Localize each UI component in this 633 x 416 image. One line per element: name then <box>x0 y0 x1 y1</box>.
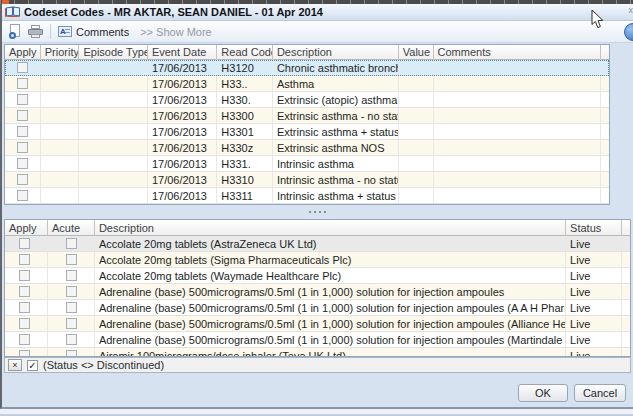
drug-row[interactable]: Adrenaline (base) 500micrograms/0.5ml (1… <box>5 332 630 348</box>
filler-cell <box>622 332 630 348</box>
acute-checkbox[interactable] <box>66 238 77 249</box>
grid-splitter[interactable] <box>4 205 631 219</box>
apply-checkbox[interactable] <box>19 334 30 345</box>
codes-row[interactable]: 17/06/2013 H3310 Intrinsic asthma - no s… <box>5 172 609 188</box>
priority-cell <box>41 188 80 204</box>
value-cell <box>399 108 434 124</box>
acute-checkbox[interactable] <box>66 286 77 297</box>
comments-button[interactable]: A Comments <box>55 23 132 41</box>
comments-cell <box>434 92 601 108</box>
codes-row[interactable]: 17/06/2013 H33.. Asthma <box>5 76 609 92</box>
acute-checkbox[interactable] <box>66 302 77 313</box>
drugs-col-status[interactable]: Status <box>566 220 622 236</box>
apply-checkbox[interactable] <box>19 270 30 281</box>
codes-col-description[interactable]: Description <box>273 45 399 60</box>
codes-col-priority[interactable]: Priority <box>41 45 80 60</box>
filler-cell <box>601 140 609 156</box>
filler-cell <box>622 316 630 332</box>
acute-checkbox[interactable] <box>66 254 77 265</box>
filter-expression[interactable]: (Status <> Discontinued) <box>43 359 164 371</box>
codes-row[interactable]: 17/06/2013 H331. Intrinsic asthma <box>5 156 609 172</box>
print-button[interactable] <box>25 23 46 41</box>
codes-col-comments[interactable]: Comments <box>434 45 601 60</box>
drug-row[interactable]: Airomir 100micrograms/dose inhaler (Teva… <box>5 348 630 357</box>
codes-row[interactable]: 17/06/2013 H3301 Extrinsic asthma + stat… <box>5 124 609 140</box>
drug-row[interactable]: Adrenaline (base) 500micrograms/0.5ml (1… <box>5 284 630 300</box>
priority-cell <box>41 60 80 76</box>
codes-row[interactable]: 17/06/2013 H3311 Intrinsic asthma + stat… <box>5 188 609 204</box>
event-date-cell: 17/06/2013 <box>148 156 217 172</box>
drug-row[interactable]: Accolate 20mg tablets (AstraZeneca UK Lt… <box>5 236 630 252</box>
drug-row[interactable]: Adrenaline (base) 500micrograms/0.5ml (1… <box>5 300 630 316</box>
drugs-col-filler <box>622 220 630 236</box>
close-icon[interactable]: x <box>629 5 633 15</box>
acute-cell <box>48 236 95 252</box>
value-cell <box>399 172 434 188</box>
filler-cell <box>622 252 630 268</box>
apply-cell <box>5 284 48 300</box>
description-cell: Chronic asthmatic bronchitis <box>273 60 399 76</box>
apply-checkbox[interactable] <box>17 94 28 105</box>
filter-close-icon[interactable]: × <box>8 359 22 371</box>
codes-row[interactable]: 17/06/2013 H3300 Extrinsic asthma - no s… <box>5 108 609 124</box>
partial-round-button[interactable] <box>624 23 633 41</box>
cancel-button[interactable]: Cancel <box>574 384 626 402</box>
acute-checkbox[interactable] <box>66 334 77 345</box>
codes-col-apply[interactable]: Apply <box>5 45 41 60</box>
codes-col-value[interactable]: Value <box>399 45 434 60</box>
drug-description-cell: Adrenaline (base) 500micrograms/0.5ml (1… <box>95 332 566 348</box>
apply-checkbox[interactable] <box>19 350 30 357</box>
apply-checkbox[interactable] <box>17 174 28 185</box>
apply-checkbox[interactable] <box>17 110 28 121</box>
filter-enabled-checkbox[interactable]: ✓ <box>27 360 38 371</box>
apply-checkbox[interactable] <box>17 190 28 201</box>
codes-row[interactable]: 17/06/2013 H330z Extrinsic asthma NOS <box>5 140 609 156</box>
apply-checkbox[interactable] <box>17 158 28 169</box>
drug-row[interactable]: Adrenaline (base) 500micrograms/0.5ml (1… <box>5 316 630 332</box>
apply-cell <box>5 124 41 140</box>
print-preview-button[interactable] <box>6 23 25 41</box>
acute-checkbox[interactable] <box>66 270 77 281</box>
apply-checkbox[interactable] <box>19 254 30 265</box>
drugs-col-description[interactable]: Description <box>95 220 566 236</box>
description-cell: Intrinsic asthma <box>273 156 399 172</box>
apply-checkbox[interactable] <box>19 318 30 329</box>
read-code-cell: H330z <box>217 140 273 156</box>
drug-row[interactable]: Accolate 20mg tablets (Waymade Healthcar… <box>5 268 630 284</box>
value-cell <box>399 188 434 204</box>
filter-bar: × ✓ (Status <> Discontinued) <box>4 357 631 373</box>
codes-col-event-date[interactable]: Event Date <box>148 45 217 60</box>
value-cell <box>399 124 434 140</box>
printer-icon <box>28 25 43 39</box>
acute-checkbox[interactable] <box>66 350 77 357</box>
drug-row[interactable]: Accolate 20mg tablets (Sigma Pharmaceuti… <box>5 252 630 268</box>
codes-col-read-code[interactable]: Read Code <box>217 45 273 60</box>
drugs-col-acute[interactable]: Acute <box>48 220 95 236</box>
drug-description-cell: Accolate 20mg tablets (AstraZeneca UK Lt… <box>95 236 566 252</box>
apply-checkbox[interactable] <box>19 302 30 313</box>
apply-checkbox[interactable] <box>19 238 30 249</box>
codes-row[interactable]: 17/06/2013 H3120 Chronic asthmatic bronc… <box>5 60 609 76</box>
acute-cell <box>48 332 95 348</box>
priority-cell <box>41 76 80 92</box>
read-code-cell: H33.. <box>217 76 273 92</box>
apply-checkbox[interactable] <box>17 142 28 153</box>
acute-checkbox[interactable] <box>66 318 77 329</box>
apply-checkbox[interactable] <box>17 126 28 137</box>
codes-row[interactable]: 17/06/2013 H330. Extrinsic (atopic) asth… <box>5 92 609 108</box>
drug-description-cell: Accolate 20mg tablets (Waymade Healthcar… <box>95 268 566 284</box>
drugs-col-apply[interactable]: Apply <box>5 220 48 236</box>
status-cell: Live <box>566 316 622 332</box>
apply-cell <box>5 60 41 76</box>
apply-checkbox[interactable] <box>17 62 28 73</box>
filler-cell <box>622 284 630 300</box>
ok-button[interactable]: OK <box>518 384 568 402</box>
codes-col-episode-type[interactable]: Episode Type <box>79 45 147 60</box>
status-cell: Live <box>566 252 622 268</box>
apply-checkbox[interactable] <box>17 78 28 89</box>
show-more-link[interactable]: >> Show More <box>140 26 212 38</box>
acute-cell <box>48 300 95 316</box>
apply-checkbox[interactable] <box>19 286 30 297</box>
drug-description-cell: Airomir 100micrograms/dose inhaler (Teva… <box>95 348 566 357</box>
background-bottom-strip <box>0 409 633 416</box>
